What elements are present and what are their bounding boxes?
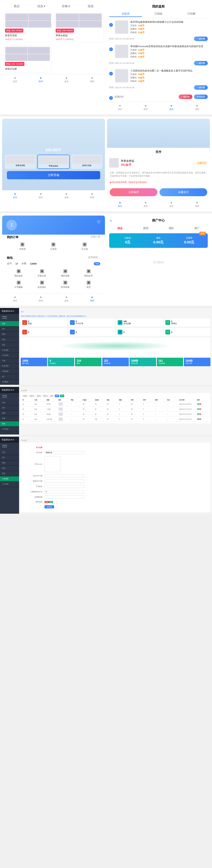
promo-option[interactable]: 惊喜百货箱: [5, 155, 36, 169]
radio-option[interactable]: 链接: [44, 501, 49, 503]
side-item[interactable]: 用户: [0, 405, 19, 411]
nav-home[interactable]: 首页: [107, 104, 133, 111]
tab-general[interactable]: 综合: [29, 4, 54, 8]
side-item[interactable]: 支付配置: [0, 379, 19, 385]
logo-upload[interactable]: [44, 456, 60, 472]
nav-home[interactable]: 首页: [2, 76, 28, 83]
filter-select[interactable]: 全部 ▾: [42, 395, 48, 397]
nav-box[interactable]: 盒柜: [54, 192, 79, 199]
filter-input[interactable]: 名称: [49, 395, 54, 397]
menu-balance[interactable]: 我的余额: [54, 268, 77, 277]
side-item[interactable]: 权限: [0, 332, 19, 337]
nav-box[interactable]: 盒柜: [158, 201, 184, 208]
radio-option[interactable]: 微信: [49, 501, 53, 503]
order-tab-pending[interactable]: 待发货: [7, 241, 38, 250]
side-item[interactable]: 首页: [0, 321, 19, 327]
order-tab-shipped[interactable]: 已发货: [38, 241, 69, 250]
nav-home[interactable]: 首页: [2, 295, 28, 302]
side-item[interactable]: 推广: [0, 374, 19, 379]
filter-select[interactable]: 全部 ▾: [22, 395, 28, 397]
recharge-button[interactable]: 充值: [94, 262, 100, 265]
all-orders-link[interactable]: 全部订单: [91, 235, 100, 239]
side-item[interactable]: 统方管理: [0, 364, 19, 369]
nav-recommend[interactable]: 推荐: [28, 192, 54, 199]
points-input[interactable]: [44, 490, 84, 493]
promo-option[interactable]: 游戏大玩家: [71, 155, 102, 169]
order-tab-done[interactable]: 已兑成: [69, 241, 100, 250]
tab-price[interactable]: 价格: [54, 4, 78, 8]
withdraw-detail-link[interactable]: 提现明细→: [88, 256, 100, 260]
tab-pending[interactable]: 待提货: [109, 12, 142, 17]
tab-recycled[interactable]: 已回收: [142, 12, 175, 17]
tg-tab-commission[interactable]: 佣金: [107, 226, 133, 230]
edit-button[interactable]: 改: [197, 418, 199, 420]
delete-button[interactable]: 删: [199, 408, 201, 410]
check-icon[interactable]: ✓: [109, 48, 113, 51]
nav-me[interactable]: 我的: [79, 76, 105, 83]
check-icon[interactable]: ✓: [109, 23, 113, 27]
gift-button[interactable]: 一键转赠: [194, 61, 208, 65]
nav-recommend[interactable]: 推荐: [28, 76, 54, 83]
menu-like[interactable]: 我的欢喜: [77, 268, 100, 277]
nav-box[interactable]: 盒柜: [54, 295, 79, 302]
tab-gifted[interactable]: 已转赠: [175, 12, 208, 17]
side-item[interactable]: 盲盒: [0, 421, 19, 427]
gift-button[interactable]: 一键转赠: [194, 36, 208, 41]
nav-me[interactable]: 我的: [79, 295, 105, 302]
side-item[interactable]: 代理品牌: [0, 369, 19, 374]
filter-select[interactable]: 全部 ▾: [29, 395, 35, 397]
delete-button[interactable]: 删: [199, 403, 201, 405]
gift-button[interactable]: 一键转赠: [194, 85, 208, 90]
edit-button[interactable]: 改: [197, 408, 199, 410]
select-all-check[interactable]: ✓: [109, 96, 113, 100]
tg-tab-team[interactable]: 团队: [158, 226, 184, 230]
menu-share[interactable]: 分享赚钱: [7, 279, 30, 289]
side-item[interactable]: 平台设置: [0, 427, 19, 432]
delete-button[interactable]: 删: [199, 418, 201, 420]
edit-button[interactable]: 改: [197, 413, 199, 415]
menu-box[interactable]: 我的盒柜: [7, 268, 30, 277]
deliver-button[interactable]: 申请发货: [194, 95, 208, 99]
check-icon[interactable]: ✓: [109, 72, 113, 75]
open-box-button[interactable]: 立即开箱: [7, 171, 100, 179]
recycle-button[interactable]: 一键回收: [179, 95, 192, 99]
nav-box[interactable]: 盒柜: [158, 104, 184, 111]
menu-service[interactable]: 联系客服: [54, 279, 77, 289]
avatar[interactable]: 1: [6, 220, 17, 230]
nav-recommend[interactable]: 推荐: [28, 295, 54, 302]
side-item[interactable]: 商品: [0, 337, 19, 342]
nav-recommend[interactable]: 推荐: [133, 104, 158, 111]
delete-button[interactable]: 删: [199, 413, 201, 415]
nav-home[interactable]: 首页: [2, 192, 28, 199]
nav-box[interactable]: 盒柜: [54, 76, 79, 83]
agreement-text[interactable]: 我已阅读并同意《嘻嘻开盒买家须知》: [112, 181, 148, 184]
side-item[interactable]: 首页: [0, 400, 19, 405]
email-input[interactable]: [44, 485, 84, 488]
withdraw-badge[interactable]: 提现: [199, 232, 206, 236]
withdraw-input[interactable]: [44, 495, 84, 499]
product-card[interactable]: 价值: ¥29~¥7099 惊喜百货箱 29金币 共23款商品: [4, 12, 53, 42]
menu-address[interactable]: 收货地址: [30, 279, 54, 289]
side-item[interactable]: 用户: [0, 327, 19, 332]
export-button[interactable]: 导出: [60, 395, 64, 397]
back-button[interactable]: 推广中心: [107, 216, 210, 225]
nav-recommend[interactable]: 推荐: [133, 201, 158, 208]
side-item[interactable]: 平台管理: [0, 353, 19, 358]
tab-filter[interactable]: 筛选: [78, 4, 103, 8]
side-item[interactable]: 权限: [0, 411, 19, 416]
product-card[interactable]: 价值: ¥39~¥9299 苹果全家福 39金币 共35款商品: [54, 12, 103, 42]
side-item[interactable]: 平台设置: [0, 348, 19, 353]
nav-home[interactable]: 首页: [107, 201, 133, 208]
menu-records[interactable]: 开箱记录: [30, 268, 54, 277]
side-item[interactable]: 平台管理: [0, 482, 19, 487]
product-card[interactable]: 价值: ¥59~¥24999 游戏大玩家: [4, 45, 52, 72]
side-item[interactable]: 商品: [0, 416, 19, 421]
search-button[interactable]: 搜索: [55, 395, 59, 397]
tab-new[interactable]: 新品: [4, 4, 29, 8]
nav-me[interactable]: 我的: [184, 104, 210, 111]
side-item[interactable]: 平台设置: [0, 476, 19, 482]
side-item[interactable]: 盲盒: [0, 342, 19, 348]
tg-tab-promote[interactable]: 推广: [184, 226, 210, 230]
balance-pay-button[interactable]: 余额支付: [159, 188, 207, 196]
name-input[interactable]: [44, 451, 84, 454]
